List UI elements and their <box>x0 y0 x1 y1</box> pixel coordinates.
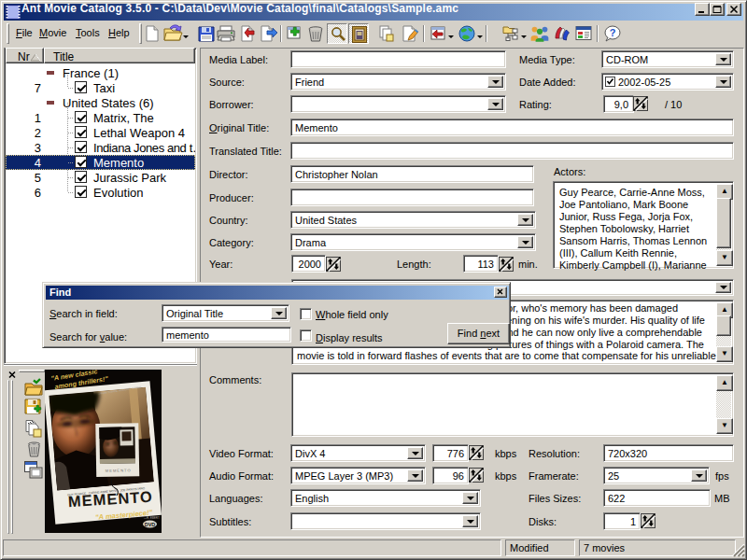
svg-text:—R. EBERT: —R. EBERT <box>144 516 160 520</box>
svg-text:M E M E N T O: M E M E N T O <box>106 468 131 472</box>
svg-text:?: ? <box>610 27 616 38</box>
svg-text:DVD: DVD <box>145 522 156 527</box>
